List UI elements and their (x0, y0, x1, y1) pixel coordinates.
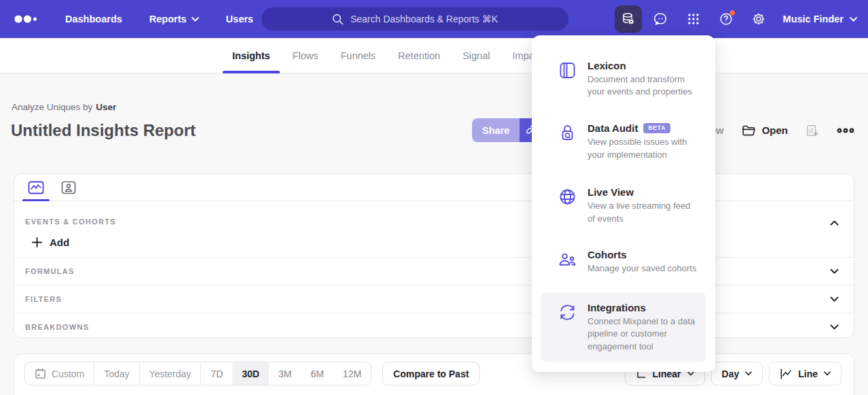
report-tabs: Insights Flows Funnels Retention Signal … (223, 38, 551, 73)
range-7d[interactable]: 7D (200, 362, 232, 385)
spacer (541, 235, 706, 239)
date-range-controls: Custom Today Yesterday 7D 30D 3M 6M 12M … (24, 362, 480, 385)
chart-type-label: Line (798, 368, 818, 379)
range-label: 3M (278, 368, 291, 379)
users-view-tab[interactable] (52, 174, 85, 201)
menu-item-content: Cohorts Manage your saved cohorts (587, 249, 696, 275)
subtitle-entity[interactable]: User (96, 102, 116, 112)
metrics-view-tab[interactable] (20, 174, 52, 201)
folder-icon (742, 124, 756, 137)
menu-item-content: Data Audit BETA View possible issues wit… (587, 122, 699, 161)
more-options-button[interactable] (837, 128, 854, 133)
section-label: FILTERS (25, 295, 62, 303)
tab-funnels[interactable]: Funnels (331, 38, 385, 73)
integrations-icon (558, 302, 577, 353)
range-label: Custom (52, 368, 84, 379)
open-label: Open (762, 124, 788, 136)
help-button[interactable] (712, 5, 740, 33)
cohorts-icon (558, 249, 577, 275)
section-label: BREAKDOWNS (25, 323, 89, 331)
menu-item-integrations[interactable]: Integrations Connect Mixpanel to a data … (541, 292, 706, 362)
menu-item-desc: Document and transform your events and p… (587, 73, 699, 99)
range-3m[interactable]: 3M (269, 362, 301, 385)
notification-dot (729, 10, 735, 16)
range-6m[interactable]: 6M (301, 362, 333, 385)
filters-section-header[interactable]: FILTERS (14, 285, 854, 313)
add-label: Add (50, 237, 69, 248)
nav-item-reports[interactable]: Reports (149, 14, 199, 24)
range-label: 30D (242, 368, 259, 379)
tab-insights[interactable]: Insights (223, 38, 280, 73)
range-12m[interactable]: 12M (333, 362, 371, 385)
data-management-button[interactable] (615, 5, 642, 33)
subtitle-prefix: Analyze Uniques by (12, 102, 92, 112)
nav-item-label: Users (226, 14, 253, 24)
settings-button[interactable] (745, 5, 772, 33)
menu-item-title: Integrations (587, 302, 646, 313)
calendar-icon (35, 368, 46, 379)
chart-type-dropdown[interactable]: Line (769, 362, 842, 385)
add-event-button[interactable]: Add (14, 227, 854, 257)
lock-icon (558, 122, 577, 161)
add-to-dashboard-button[interactable] (806, 124, 819, 137)
events-cohorts-section-header[interactable]: EVENTS & COHORTS (14, 201, 854, 227)
report-header: Analyze Uniques byUser Untitled Insights… (0, 73, 868, 173)
chart-controls-panel: Custom Today Yesterday 7D 30D 3M 6M 12M … (14, 354, 854, 395)
menu-item-content: Live View View a live streaming feed of … (587, 186, 699, 225)
nav-item-label: Reports (149, 14, 187, 24)
range-custom[interactable]: Custom (25, 362, 94, 385)
report-title[interactable]: Untitled Insights Report (11, 121, 196, 140)
chat-bubble-icon (653, 12, 668, 27)
mixpanel-logo-icon[interactable] (14, 14, 39, 24)
menu-item-lexicon[interactable]: Lexicon Document and transform your even… (541, 50, 706, 108)
chevron-down-icon[interactable] (830, 324, 839, 330)
menu-item-title: Cohorts (587, 249, 627, 260)
menu-item-title: Lexicon (587, 60, 626, 71)
chevron-down-icon (824, 371, 831, 376)
tab-flows[interactable]: Flows (283, 38, 328, 73)
person-tab-icon (61, 181, 76, 194)
range-yesterday[interactable]: Yesterday (139, 362, 201, 385)
global-search-input[interactable]: Search Dashboards & Reports ⌘K (261, 7, 568, 31)
report-subtitle: Analyze Uniques byUser (12, 102, 116, 112)
menu-item-data-audit[interactable]: Data Audit BETA View possible issues wit… (541, 113, 706, 171)
ellipsis-icon (837, 128, 854, 133)
menu-item-title: Live View (587, 186, 634, 198)
apps-grid-button[interactable] (680, 5, 707, 33)
open-report-button[interactable]: Open (742, 124, 788, 137)
feedback-button[interactable] (647, 5, 674, 33)
chevron-down-icon (192, 17, 199, 22)
tab-signal[interactable]: Signal (453, 38, 499, 73)
range-30d[interactable]: 30D (232, 362, 269, 385)
chevron-up-icon[interactable] (830, 220, 839, 226)
top-nav: Dashboards Reports Users Search Dashboar… (0, 0, 868, 38)
search-placeholder: Search Dashboards & Reports ⌘K (350, 14, 498, 24)
share-button[interactable]: Share (472, 118, 520, 142)
interval-label: Day (722, 368, 740, 379)
grid-dots-icon (687, 12, 700, 26)
query-builder-panel: EVENTS & COHORTS Add FORMULAS FILTERS BR… (14, 173, 854, 338)
breakdowns-section-header[interactable]: BREAKDOWNS (14, 313, 854, 341)
compare-to-past-button[interactable]: Compare to Past (382, 362, 480, 385)
menu-item-live-view[interactable]: Live View View a live streaming feed of … (541, 177, 706, 235)
range-label: 6M (310, 368, 323, 379)
menu-item-desc: View possible issues with your implement… (587, 136, 699, 161)
section-label: EVENTS & COHORTS (25, 218, 116, 226)
project-switcher[interactable]: Music Finder (783, 14, 857, 24)
chevron-down-icon[interactable] (830, 296, 839, 302)
range-today[interactable]: Today (94, 362, 139, 385)
gear-icon (751, 12, 766, 27)
chevron-down-icon[interactable] (830, 269, 839, 274)
menu-item-cohorts[interactable]: Cohorts Manage your saved cohorts (541, 239, 706, 284)
spacer (541, 285, 706, 292)
nav-item-dashboards[interactable]: Dashboards (65, 14, 122, 24)
formulas-section-header[interactable]: FORMULAS (14, 257, 854, 285)
interval-dropdown[interactable]: Day (711, 362, 763, 385)
chevron-down-icon (687, 371, 694, 376)
add-to-board-icon (806, 124, 819, 137)
project-name: Music Finder (783, 14, 844, 24)
nav-item-users[interactable]: Users (226, 14, 253, 24)
nav-item-label: Dashboards (65, 14, 122, 24)
tab-retention[interactable]: Retention (388, 38, 450, 73)
nav-right-controls: Music Finder (615, 0, 857, 38)
